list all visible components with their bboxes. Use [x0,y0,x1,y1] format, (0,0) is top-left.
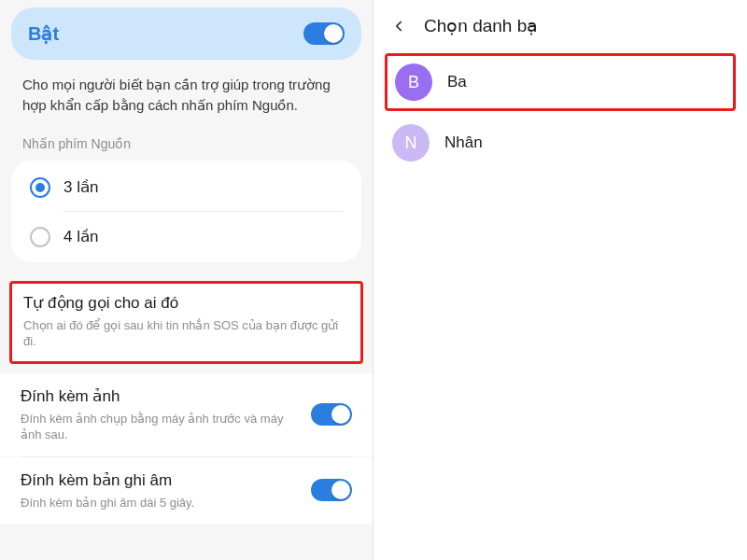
attach-audio-toggle[interactable] [311,479,352,501]
radio-label: 4 lần [63,227,98,246]
settings-description: Cho mọi người biết bạn cần trợ giúp tron… [0,73,373,129]
toggle-knob [331,481,350,499]
contact-picker-panel: Chọn danh bạ B Ba N Nhân [374,0,747,560]
radio-option-3-times[interactable]: 3 lần [11,162,361,211]
text-column: Đính kèm bản ghi âm Đính kèm bản ghi âm … [21,470,298,511]
contact-item-ba[interactable]: B Ba [385,53,736,111]
master-toggle-title: Bật [28,22,59,45]
radio-dot-icon [35,183,45,192]
radio-label: 3 lần [63,177,98,197]
master-toggle[interactable] [303,22,345,45]
auto-call-item[interactable]: Tự động gọi cho ai đó Chọn ai đó để gọi … [9,281,363,364]
sos-settings-panel: Bật Cho mọi người biết bạn cần trợ giúp … [0,0,374,560]
auto-call-title: Tự động gọi cho ai đó [23,293,349,313]
radio-option-4-times[interactable]: 4 lần [11,212,361,260]
master-toggle-header: Bật [11,7,361,60]
radio-indicator [30,227,50,247]
auto-call-subtitle: Chọn ai đó để gọi sau khi tin nhắn SOS c… [23,317,349,350]
attach-photo-item[interactable]: Đính kèm ảnh Đính kèm ảnh chụp bằng máy … [0,373,373,456]
avatar: B [395,63,432,101]
spacer [0,364,373,373]
back-icon[interactable] [390,18,407,35]
toggle-knob [324,24,343,43]
attach-photo-subtitle: Đính kèm ảnh chụp bằng máy ảnh trước và … [21,411,298,443]
press-count-card: 3 lần 4 lần [11,161,361,262]
contact-name: Ba [447,73,467,91]
avatar: N [392,124,430,161]
attach-audio-item[interactable]: Đính kèm bản ghi âm Đính kèm bản ghi âm … [0,457,373,525]
contact-item-nhan[interactable]: N Nhân [385,117,736,169]
picker-header: Chọn danh bạ [374,0,747,53]
attach-audio-subtitle: Đính kèm bản ghi âm dài 5 giây. [21,495,298,511]
attach-photo-toggle[interactable] [311,403,352,426]
picker-title: Chọn danh bạ [424,15,538,36]
attach-audio-title: Đính kèm bản ghi âm [21,470,298,490]
attach-photo-title: Đính kèm ảnh [21,386,298,406]
toggle-knob [331,405,350,424]
radio-indicator [30,177,50,198]
press-count-label: Nhấn phím Nguồn [0,129,373,161]
contact-name: Nhân [444,133,483,152]
text-column: Đính kèm ảnh Đính kèm ảnh chụp bằng máy … [21,386,298,443]
